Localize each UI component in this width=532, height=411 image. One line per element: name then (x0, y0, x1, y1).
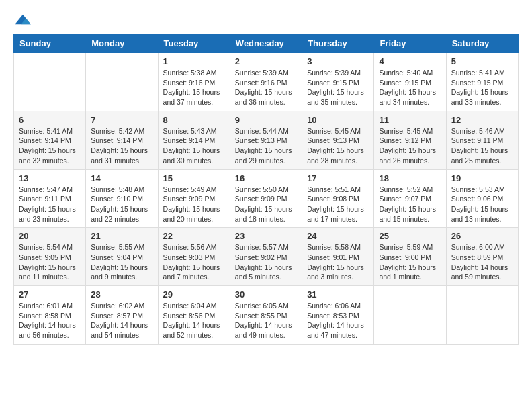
calendar-week-row: 6Sunrise: 5:41 AM Sunset: 9:14 PM Daylig… (14, 111, 519, 169)
day-info: Sunrise: 5:46 AM Sunset: 9:11 PM Dayligh… (451, 126, 513, 166)
calendar-cell: 6Sunrise: 5:41 AM Sunset: 9:14 PM Daylig… (14, 111, 86, 169)
day-info: Sunrise: 5:50 AM Sunset: 9:09 PM Dayligh… (235, 185, 297, 224)
day-info: Sunrise: 6:01 AM Sunset: 8:58 PM Dayligh… (19, 301, 81, 340)
day-info: Sunrise: 5:56 AM Sunset: 9:03 PM Dayligh… (163, 242, 225, 282)
day-info: Sunrise: 6:06 AM Sunset: 8:53 PM Dayligh… (307, 301, 369, 340)
day-info: Sunrise: 6:05 AM Sunset: 8:55 PM Dayligh… (235, 301, 297, 340)
day-number: 27 (19, 289, 81, 300)
calendar-cell: 30Sunrise: 6:05 AM Sunset: 8:55 PM Dayli… (230, 286, 302, 345)
day-number: 11 (379, 115, 441, 125)
day-number: 5 (451, 56, 513, 66)
logo (13, 13, 35, 27)
day-number: 8 (163, 115, 225, 125)
calendar-cell: 14Sunrise: 5:48 AM Sunset: 9:10 PM Dayli… (86, 169, 158, 228)
day-info: Sunrise: 5:49 AM Sunset: 9:09 PM Dayligh… (163, 185, 225, 224)
day-number: 20 (19, 231, 81, 241)
calendar-cell: 24Sunrise: 5:58 AM Sunset: 9:01 PM Dayli… (302, 228, 374, 286)
day-info: Sunrise: 5:43 AM Sunset: 9:14 PM Dayligh… (163, 126, 225, 166)
day-header-monday: Monday (86, 34, 158, 53)
day-header-saturday: Saturday (446, 34, 518, 53)
day-info: Sunrise: 5:45 AM Sunset: 9:13 PM Dayligh… (307, 126, 369, 166)
day-number: 1 (163, 56, 225, 66)
day-info: Sunrise: 5:44 AM Sunset: 9:13 PM Dayligh… (235, 126, 297, 166)
logo-icon (13, 13, 32, 27)
day-number: 29 (163, 289, 225, 300)
calendar-cell: 29Sunrise: 6:04 AM Sunset: 8:56 PM Dayli… (158, 286, 230, 345)
calendar-cell: 16Sunrise: 5:50 AM Sunset: 9:09 PM Dayli… (230, 169, 302, 228)
calendar-cell: 4Sunrise: 5:40 AM Sunset: 9:15 PM Daylig… (374, 53, 446, 111)
day-number: 13 (19, 173, 81, 183)
day-number: 19 (451, 173, 513, 183)
day-number: 4 (379, 56, 441, 66)
calendar-cell: 2Sunrise: 5:39 AM Sunset: 9:16 PM Daylig… (230, 53, 302, 111)
calendar-cell: 25Sunrise: 5:59 AM Sunset: 9:00 PM Dayli… (374, 228, 446, 286)
calendar-header-row: SundayMondayTuesdayWednesdayThursdayFrid… (14, 34, 519, 53)
day-header-thursday: Thursday (302, 34, 374, 53)
day-number: 31 (307, 289, 369, 300)
day-number: 16 (235, 173, 297, 183)
calendar-cell: 12Sunrise: 5:46 AM Sunset: 9:11 PM Dayli… (446, 111, 518, 169)
calendar-cell: 1Sunrise: 5:38 AM Sunset: 9:16 PM Daylig… (158, 53, 230, 111)
day-info: Sunrise: 6:04 AM Sunset: 8:56 PM Dayligh… (163, 301, 225, 340)
calendar-cell (86, 53, 158, 111)
calendar-cell: 20Sunrise: 5:54 AM Sunset: 9:05 PM Dayli… (14, 228, 86, 286)
calendar-cell: 5Sunrise: 5:41 AM Sunset: 9:15 PM Daylig… (446, 53, 518, 111)
calendar-table: SundayMondayTuesdayWednesdayThursdayFrid… (13, 34, 519, 345)
day-info: Sunrise: 6:02 AM Sunset: 8:57 PM Dayligh… (91, 301, 152, 340)
day-info: Sunrise: 5:40 AM Sunset: 9:15 PM Dayligh… (379, 68, 441, 107)
day-header-tuesday: Tuesday (158, 34, 230, 53)
day-info: Sunrise: 5:57 AM Sunset: 9:02 PM Dayligh… (235, 242, 297, 282)
calendar-cell: 15Sunrise: 5:49 AM Sunset: 9:09 PM Dayli… (158, 169, 230, 228)
calendar-week-row: 1Sunrise: 5:38 AM Sunset: 9:16 PM Daylig… (14, 53, 519, 111)
calendar-cell: 31Sunrise: 6:06 AM Sunset: 8:53 PM Dayli… (302, 286, 374, 345)
calendar-cell: 9Sunrise: 5:44 AM Sunset: 9:13 PM Daylig… (230, 111, 302, 169)
day-info: Sunrise: 5:54 AM Sunset: 9:05 PM Dayligh… (19, 242, 81, 282)
calendar-cell: 22Sunrise: 5:56 AM Sunset: 9:03 PM Dayli… (158, 228, 230, 286)
calendar-cell: 28Sunrise: 6:02 AM Sunset: 8:57 PM Dayli… (86, 286, 158, 345)
day-number: 14 (91, 173, 152, 183)
day-info: Sunrise: 5:51 AM Sunset: 9:08 PM Dayligh… (307, 185, 369, 224)
day-number: 10 (307, 115, 369, 125)
day-number: 12 (451, 115, 513, 125)
calendar-week-row: 13Sunrise: 5:47 AM Sunset: 9:11 PM Dayli… (14, 169, 519, 228)
calendar-cell: 23Sunrise: 5:57 AM Sunset: 9:02 PM Dayli… (230, 228, 302, 286)
calendar-cell: 17Sunrise: 5:51 AM Sunset: 9:08 PM Dayli… (302, 169, 374, 228)
day-number: 22 (163, 231, 225, 241)
day-header-wednesday: Wednesday (230, 34, 302, 53)
calendar-cell: 27Sunrise: 6:01 AM Sunset: 8:58 PM Dayli… (14, 286, 86, 345)
day-info: Sunrise: 5:52 AM Sunset: 9:07 PM Dayligh… (379, 185, 441, 224)
calendar-cell: 13Sunrise: 5:47 AM Sunset: 9:11 PM Dayli… (14, 169, 86, 228)
day-info: Sunrise: 5:41 AM Sunset: 9:14 PM Dayligh… (19, 126, 81, 166)
day-number: 9 (235, 115, 297, 125)
calendar-week-row: 27Sunrise: 6:01 AM Sunset: 8:58 PM Dayli… (14, 286, 519, 345)
day-info: Sunrise: 5:45 AM Sunset: 9:12 PM Dayligh… (379, 126, 441, 166)
day-info: Sunrise: 5:47 AM Sunset: 9:11 PM Dayligh… (19, 185, 81, 224)
day-number: 25 (379, 231, 441, 241)
calendar-cell: 10Sunrise: 5:45 AM Sunset: 9:13 PM Dayli… (302, 111, 374, 169)
day-number: 2 (235, 56, 297, 66)
day-number: 6 (19, 115, 81, 125)
day-number: 21 (91, 231, 152, 241)
day-header-sunday: Sunday (14, 34, 86, 53)
day-info: Sunrise: 6:00 AM Sunset: 8:59 PM Dayligh… (451, 242, 513, 282)
day-info: Sunrise: 5:39 AM Sunset: 9:16 PM Dayligh… (235, 68, 297, 107)
calendar-week-row: 20Sunrise: 5:54 AM Sunset: 9:05 PM Dayli… (14, 228, 519, 286)
day-info: Sunrise: 5:41 AM Sunset: 9:15 PM Dayligh… (451, 68, 513, 107)
day-info: Sunrise: 5:58 AM Sunset: 9:01 PM Dayligh… (307, 242, 369, 282)
calendar-cell: 21Sunrise: 5:55 AM Sunset: 9:04 PM Dayli… (86, 228, 158, 286)
day-number: 24 (307, 231, 369, 241)
calendar-cell (14, 53, 86, 111)
day-info: Sunrise: 5:48 AM Sunset: 9:10 PM Dayligh… (91, 185, 152, 224)
calendar-cell: 26Sunrise: 6:00 AM Sunset: 8:59 PM Dayli… (446, 228, 518, 286)
day-info: Sunrise: 5:59 AM Sunset: 9:00 PM Dayligh… (379, 242, 441, 282)
day-number: 15 (163, 173, 225, 183)
calendar-cell: 11Sunrise: 5:45 AM Sunset: 9:12 PM Dayli… (374, 111, 446, 169)
calendar-cell: 18Sunrise: 5:52 AM Sunset: 9:07 PM Dayli… (374, 169, 446, 228)
page-header (13, 13, 519, 27)
day-number: 30 (235, 289, 297, 300)
calendar-cell (374, 286, 446, 345)
calendar-cell: 8Sunrise: 5:43 AM Sunset: 9:14 PM Daylig… (158, 111, 230, 169)
calendar-cell: 7Sunrise: 5:42 AM Sunset: 9:14 PM Daylig… (86, 111, 158, 169)
day-info: Sunrise: 5:38 AM Sunset: 9:16 PM Dayligh… (163, 68, 225, 107)
day-header-friday: Friday (374, 34, 446, 53)
